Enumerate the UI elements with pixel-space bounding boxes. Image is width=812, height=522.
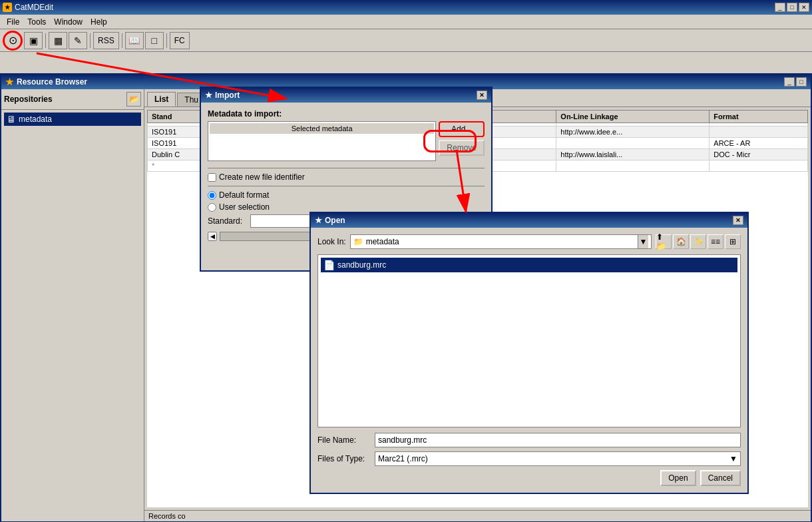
lookin-detail-view-button[interactable]: ⊞ (725, 234, 741, 249)
remove-button[interactable]: Remove (439, 140, 485, 156)
filetype-arrow-icon: ▼ (729, 454, 737, 463)
rb-minimize-button[interactable]: _ (784, 77, 795, 87)
default-format-radio[interactable] (208, 191, 216, 200)
title-controls: _ □ ✕ (775, 3, 809, 12)
dialog-separator-1 (208, 168, 485, 168)
toolbar-sep-4 (166, 33, 167, 48)
user-selection-label: User selection (219, 202, 270, 212)
import-dialog-title-text: Import (215, 91, 240, 100)
menu-window[interactable]: Window (50, 16, 87, 28)
toolbar-btn-pencil[interactable]: ✎ (69, 32, 87, 49)
lookin-toolbar-buttons: ⬆📁 🏠 ✨ ≡≡ ⊞ (656, 234, 741, 249)
filetype-row: Files of Type: Marc21 (.mrc) ▼ (317, 451, 741, 466)
app-icon: ★ (3, 3, 12, 12)
default-format-row: Default format (208, 190, 485, 200)
open-dialog-title-bar: ★ Open ✕ (311, 213, 747, 228)
lookin-folder-icon: 📁 (353, 237, 363, 246)
resource-browser-icon: ★ (5, 77, 14, 87)
metadata-folder-icon: 🖥 (7, 114, 16, 125)
rb-maximize-button[interactable]: □ (796, 77, 807, 87)
import-dialog-icon: ★ (205, 91, 212, 100)
lookin-home-button[interactable]: 🏠 (673, 234, 689, 249)
import-dialog-close-button[interactable]: ✕ (477, 91, 487, 100)
lookin-up-folder-button[interactable]: ⬆📁 (656, 234, 672, 249)
minimize-button[interactable]: _ (775, 3, 785, 12)
toolbar-btn-grid[interactable]: ▦ (49, 32, 67, 49)
col-linkage: On-Line Linkage (556, 111, 710, 123)
lookin-combo[interactable]: 📁 metadata ▼ (350, 234, 652, 249)
default-format-label: Default format (219, 190, 269, 200)
open-dialog-close-button[interactable]: ✕ (733, 216, 743, 225)
row-format: ARCE - AR (710, 138, 808, 149)
file-item-sandburg[interactable]: 📄 sandburg.mrc (321, 258, 737, 272)
menu-tools[interactable]: Tools (23, 16, 50, 28)
filename-input[interactable] (375, 433, 741, 447)
row-format: DOC - Micr (710, 149, 808, 160)
sidebar-header: Repositories 📂 (1, 89, 144, 110)
lookin-new-folder-button[interactable]: ✨ (690, 234, 706, 249)
close-button[interactable]: ✕ (799, 3, 809, 12)
app-title-bar: ★ CatMDEdit _ □ ✕ (0, 0, 812, 15)
standard-label: Standard: (208, 216, 248, 226)
toolbar-btn-save[interactable]: ▣ (24, 32, 43, 49)
filename-row: File Name: (317, 433, 741, 447)
toolbar-btn-note[interactable]: □ (145, 32, 164, 49)
open-dialog-title-text: Open (325, 216, 345, 225)
app-window: ★ CatMDEdit _ □ ✕ File Tools Window Help… (0, 0, 812, 522)
selected-metadata-list: Selected metadata (208, 121, 436, 161)
user-selection-row: User selection (208, 202, 485, 212)
row-format (710, 127, 808, 138)
create-identifier-checkbox[interactable] (208, 173, 216, 182)
toolbar-sep-1 (45, 33, 46, 48)
menu-file[interactable]: File (3, 16, 23, 28)
metadata-to-import-label: Metadata to import: (208, 109, 485, 119)
resource-browser-title-text: Resource Browser (17, 77, 87, 87)
row-linkage: http://www.idee.e... (556, 127, 710, 138)
sidebar-item-metadata[interactable]: 🖥 metadata (4, 113, 141, 126)
file-list: 📄 sandburg.mrc (317, 254, 741, 427)
dialog-separator-2 (208, 186, 485, 186)
records-status: Records co (144, 510, 811, 521)
toolbar-btn-rss[interactable]: RSS (93, 32, 119, 49)
sidebar-tree: 🖥 metadata (1, 110, 144, 521)
app-title: CatMDEdit (15, 3, 53, 12)
sidebar-action-button[interactable]: 📂 (126, 92, 141, 107)
add-button[interactable]: Add... (439, 121, 485, 137)
toolbar-sep-2 (90, 33, 91, 48)
create-identifier-label: Create new file identifier (219, 172, 305, 182)
toolbar-btn-book[interactable]: 📖 (125, 32, 144, 49)
metadata-item-label: metadata (19, 115, 52, 124)
add-remove-buttons: Add... Remove (439, 121, 485, 156)
import-dialog-title-bar: ★ Import ✕ (201, 88, 491, 103)
selected-metadata-header: Selected metadata (210, 123, 434, 134)
filetype-combo[interactable]: Marc21 (.mrc) ▼ (375, 451, 741, 466)
menu-bar: File Tools Window Help (0, 15, 812, 29)
lookin-value: metadata (366, 237, 635, 246)
open-dialog-footer: Open Cancel (317, 470, 741, 486)
col-format: Format (710, 111, 808, 123)
open-dialog: ★ Open ✕ Look In: 📁 metadata ▼ ⬆📁 🏠 ✨ ≡≡ (309, 212, 749, 494)
lookin-row: Look In: 📁 metadata ▼ ⬆📁 🏠 ✨ ≡≡ ⊞ (317, 234, 741, 249)
open-dialog-icon: ★ (315, 216, 322, 225)
resource-browser-sidebar: Repositories 📂 🖥 metadata (1, 89, 144, 521)
scroll-left-button[interactable]: ◀ (208, 232, 217, 241)
toolbar-btn-fc[interactable]: FC (170, 32, 190, 49)
menu-help[interactable]: Help (87, 16, 111, 28)
open-cancel-button[interactable]: Cancel (700, 470, 741, 486)
tab-list[interactable]: List (147, 92, 176, 107)
lookin-list-view-button[interactable]: ≡≡ (708, 234, 723, 249)
open-dialog-content: Look In: 📁 metadata ▼ ⬆📁 🏠 ✨ ≡≡ ⊞ 📄 (311, 228, 747, 493)
file-item-name: sandburg.mrc (337, 260, 386, 270)
user-selection-radio[interactable] (208, 203, 216, 212)
open-button[interactable]: Open (660, 470, 696, 486)
toolbar-btn-open[interactable]: ⊙ (3, 31, 23, 51)
repositories-label: Repositories (4, 95, 53, 104)
maximize-button[interactable]: □ (787, 3, 797, 12)
file-icon: 📄 (323, 260, 335, 270)
toolbar-sep-3 (122, 33, 122, 48)
lookin-dropdown-arrow[interactable]: ▼ (638, 235, 648, 248)
filename-label: File Name: (317, 435, 371, 445)
toolbar: ⊙ ▣ ▦ ✎ RSS 📖 □ FC (0, 29, 812, 52)
row-linkage: http://www.laislali... (556, 149, 710, 160)
filetype-label: Files of Type: (317, 454, 371, 463)
